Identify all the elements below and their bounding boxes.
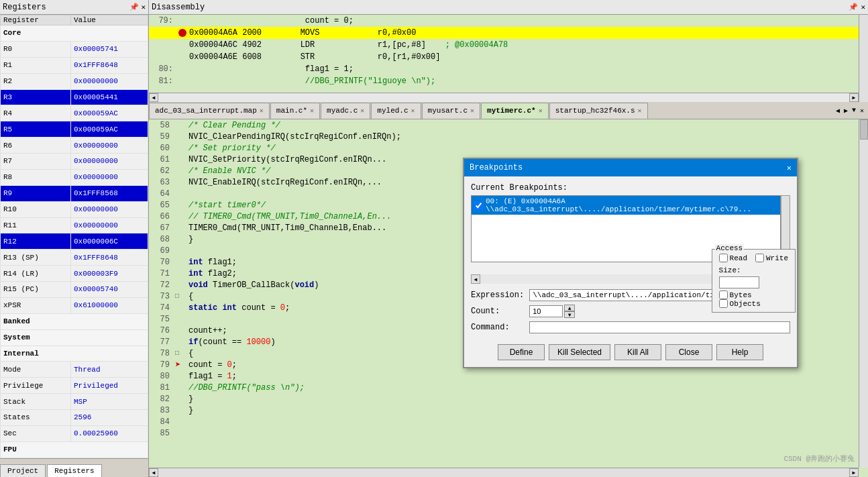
tab-registers[interactable]: Registers: [47, 464, 101, 477]
command-input[interactable]: [529, 321, 790, 333]
bytes-checkbox[interactable]: [719, 290, 728, 299]
reg-value: 0x000003F9: [70, 266, 148, 282]
bp-item-0[interactable]: 00: (E) 0x00004A6A \\adc_03_sa_interrupt…: [472, 196, 780, 215]
tab-myadc-close[interactable]: ✕: [360, 107, 364, 115]
code-linenum: 58: [152, 121, 175, 130]
reg-name: Stack: [1, 394, 71, 410]
tab-myled-close[interactable]: ✕: [411, 107, 415, 115]
tab-map[interactable]: adc_03_sa_interrupt.map ✕: [149, 103, 270, 119]
code-hscroll[interactable]: ◀ ▶: [149, 468, 859, 477]
kill-selected-button[interactable]: Kill Selected: [549, 344, 610, 360]
code-linenum: 72: [152, 280, 175, 290]
count-up-btn[interactable]: ▲: [564, 305, 575, 311]
close-button[interactable]: Close: [665, 344, 712, 360]
pin-icon[interactable]: 📌: [129, 3, 139, 11]
register-table: Register Value CoreR00x00005741R10x1FFF8…: [0, 15, 148, 458]
tab-myled[interactable]: myled.c ✕: [371, 103, 421, 119]
close-icon-disasm[interactable]: ✕: [861, 3, 865, 11]
asm-hscroll[interactable]: ◀ ▶: [149, 93, 859, 102]
reg-name: States: [1, 410, 71, 426]
tab-startup-label: startup_hc32f46x.s: [555, 107, 635, 115]
reg-value: 0x000059AC: [70, 121, 148, 138]
tab-scroll-right[interactable]: ▶: [843, 105, 849, 116]
kill-all-button[interactable]: Kill All: [614, 344, 661, 360]
reg-value: 0x000059AC: [70, 105, 148, 121]
reg-name: R5: [1, 121, 71, 138]
count-spinner: ▲ ▼: [564, 305, 575, 318]
code-text: }: [188, 406, 859, 415]
reg-value: 0x00000000: [70, 138, 148, 154]
vscroll-thumb[interactable]: [860, 119, 868, 140]
tab-scroll-left[interactable]: ◀: [834, 105, 841, 116]
code-vscroll[interactable]: [859, 119, 868, 468]
reg-name: R9: [1, 185, 71, 201]
tab-startup[interactable]: startup_hc32f46x.s ✕: [549, 103, 648, 119]
reg-name: xPSR: [1, 297, 71, 313]
reg-section-core: Core: [1, 25, 148, 42]
write-label[interactable]: Write: [755, 254, 788, 262]
table-row: R20x00000000: [1, 73, 148, 89]
tab-menu[interactable]: ▼: [851, 105, 857, 116]
tab-mytimer[interactable]: mytimerc.c* ✕: [481, 103, 549, 119]
tab-map-close[interactable]: ✕: [260, 107, 264, 115]
tab-myadc[interactable]: myadc.c ✕: [321, 103, 370, 119]
tab-mytimer-close[interactable]: ✕: [539, 107, 543, 115]
code-linenum: 81: [152, 383, 175, 392]
breakpoint-gutter: [178, 29, 189, 37]
dialog-close-btn[interactable]: ✕: [787, 163, 792, 173]
asm-vscroll[interactable]: [859, 15, 868, 102]
code-linenum: 59: [152, 132, 175, 142]
bp-checkbox-0[interactable]: [474, 201, 483, 210]
asm-line-4a6e: 0x00004A6E 6008 STR r0,[r1,#0x00]: [149, 51, 868, 63]
code-linenum: 76: [152, 326, 175, 335]
scroll-left-btn[interactable]: ◀: [149, 93, 158, 102]
bytes-label[interactable]: Bytes: [719, 290, 788, 299]
tab-main[interactable]: main.c* ✕: [270, 103, 320, 119]
objects-label[interactable]: Objects: [719, 299, 788, 308]
code-linenum: 73: [152, 292, 175, 301]
reg-value: 0x00000000: [70, 201, 148, 217]
tab-myusart[interactable]: myusart.c ✕: [422, 103, 480, 119]
help-button[interactable]: Help: [716, 344, 763, 360]
bp-hscroll-left[interactable]: ◀: [471, 274, 480, 284]
count-input[interactable]: [529, 305, 563, 317]
close-all-icon[interactable]: ✕: [859, 105, 865, 116]
table-row: States2596: [1, 410, 148, 426]
scroll-right-btn[interactable]: ▶: [849, 93, 859, 102]
asm-line-79comment: 79: count = 0;: [149, 15, 868, 27]
tab-startup-close[interactable]: ✕: [638, 107, 642, 115]
tab-bar: adc_03_sa_interrupt.map ✕ main.c* ✕ myad…: [149, 102, 868, 119]
access-group-title: Access: [715, 244, 745, 252]
code-scroll-left[interactable]: ◀: [149, 468, 158, 477]
tab-myled-label: myled.c: [377, 107, 408, 115]
tab-project[interactable]: Project: [0, 464, 46, 477]
reg-name: R1: [1, 57, 71, 73]
read-label[interactable]: Read: [719, 254, 747, 262]
code-linenum: 77: [152, 337, 175, 347]
asm-line-81comment: 81: //DBG_PRINTF("liguoye \n");: [149, 75, 868, 87]
code-text: NVIC_ClearPendingIRQ(stcIrqRegiConf.enIR…: [188, 132, 859, 142]
read-checkbox[interactable]: [719, 254, 728, 262]
col-value: Value: [70, 15, 148, 25]
breakpoints-dialog[interactable]: Breakpoints ✕ Current Breakpoints: 00: (…: [463, 158, 798, 368]
reg-value: 0x00005741: [70, 41, 148, 57]
reg-value: 0.00025960: [70, 425, 148, 441]
write-checkbox[interactable]: [755, 254, 764, 262]
code-line-80: 80 flag1 = 1;: [149, 370, 859, 382]
table-row: R70x00000000: [1, 154, 148, 170]
table-row: R50x000059AC: [1, 121, 148, 138]
size-input[interactable]: [719, 276, 759, 288]
code-linenum: 60: [152, 144, 175, 153]
tab-main-close[interactable]: ✕: [310, 107, 314, 115]
close-icon[interactable]: ✕: [141, 3, 146, 11]
code-scroll-right[interactable]: ▶: [849, 468, 859, 477]
pin-icon-disasm[interactable]: 📌: [849, 3, 858, 11]
reg-value: 0x1FFF8648: [70, 57, 148, 73]
reg-name: R15 (PC): [1, 282, 71, 298]
tab-myusart-close[interactable]: ✕: [470, 107, 474, 115]
objects-checkbox[interactable]: [719, 299, 728, 308]
count-down-btn[interactable]: ▼: [564, 311, 575, 318]
reg-name: Sec: [1, 425, 71, 441]
define-button[interactable]: Define: [498, 344, 545, 360]
reg-value: 0x00000000: [70, 73, 148, 89]
